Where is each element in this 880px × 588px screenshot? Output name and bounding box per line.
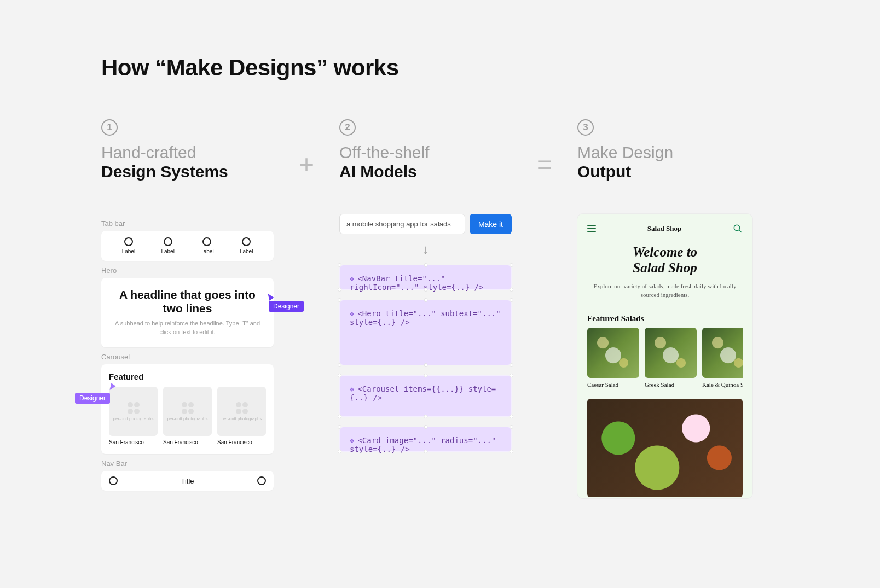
column-2: 2 Off-the-shelf AI Models a mobile shopp… [339,119,512,462]
cursor-arrow-icon [265,292,274,301]
carousel-item: per-unit photographs San Francisco [217,387,266,445]
columns-layout: 1 Hand-crafted Design Systems Tab bar La… [101,119,781,498]
step-3-line1: Make Design [577,143,752,162]
diamond-icon: ❖ [350,274,354,283]
svg-point-0 [734,225,740,231]
tab-item: Label [122,237,135,254]
placeholder-image: per-unit photographs [217,387,266,436]
tab-label: Label [122,248,135,254]
step-1-line2: Design Systems [101,162,274,182]
column-3: 3 Make Design Output Salad Shop Welcome … [577,119,752,498]
carousel-item-label: San Francisco [163,439,212,445]
diamond-icon: ❖ [350,309,354,318]
step-badge-1: 1 [101,119,118,136]
tab-item: Label [200,237,213,254]
prompt-input[interactable]: a mobile shopping app for salads [339,214,465,234]
code-text: <Hero title="..." subtext="..." style={.… [350,309,501,327]
salad-image [702,328,743,378]
welcome-line1: Welcome to [633,244,697,259]
carousel-item: per-unit photographs San Francisco [109,387,158,445]
tabbar-card: Label Label Label Label [101,231,274,261]
designer-cursor-badge: Designer [269,301,304,312]
code-block-hero: ❖<Hero title="..." subtext="..." style={… [339,300,512,365]
tab-label: Label [240,248,253,254]
circle-icon [109,476,118,485]
salad-item[interactable]: Kale & Quinoa Salad [702,328,743,388]
circle-icon [164,237,172,246]
thumb-caption: per-unit photographs [222,416,262,421]
menu-icon[interactable] [587,225,596,232]
column-1: 1 Hand-crafted Design Systems Tab bar La… [101,119,274,491]
step-1-line1: Hand-crafted [101,143,274,162]
designer-cursor-badge: Designer [75,393,110,404]
code-block-carousel: ❖<Carousel items={{...}} style={..} /> [339,375,512,417]
diamond-icon: ❖ [350,385,354,393]
step-2-line2: AI Models [339,162,512,182]
hero-title: A headline that goes into two lines [110,288,265,315]
step-3-line2: Output [577,162,752,182]
salad-name: Greek Salad [645,381,697,388]
carousel-item: per-unit photographs San Francisco [163,387,212,445]
code-block-navbar: ❖<NavBar title="..." rightIcon="..." sty… [339,265,512,290]
circle-icon [242,237,251,246]
step-badge-2: 2 [339,119,356,136]
code-text: <NavBar title="..." rightIcon="..." styl… [350,274,483,292]
carousel-heading: Featured [109,372,266,381]
thumb-caption: per-unit photographs [113,416,154,421]
circle-icon [257,476,266,485]
component-label-hero: Hero [101,266,274,275]
search-icon[interactable] [733,224,743,234]
circle-icon [202,237,211,246]
code-text: <Card image="..." radius="..." style={..… [350,436,496,453]
placeholder-image: per-unit photographs [163,387,212,436]
navbar-card: Title [101,471,274,491]
step-badge-3: 3 [577,119,594,136]
tab-item: Label [240,237,253,254]
code-block-card: ❖<Card image="..." radius="..." style={.… [339,427,512,452]
large-food-image [587,399,743,497]
featured-heading: Featured Salads [587,314,743,323]
hero-card: A headline that goes into two lines A su… [101,278,274,347]
thumb-caption: per-unit photographs [167,416,208,421]
tab-item: Label [161,237,174,254]
diamond-icon: ❖ [350,436,354,445]
salad-name: Kale & Quinoa Salad [702,381,743,388]
salad-name: Caesar Salad [587,381,639,388]
welcome-line2: Salad Shop [633,260,697,275]
code-text: <Carousel items={{...}} style={..} /> [350,385,496,402]
component-label-navbar: Nav Bar [101,459,274,468]
tab-label: Label [161,248,174,254]
down-arrow-icon: ↓ [339,242,512,257]
carousel-card: Designer Featured per-unit photographs S… [101,364,274,454]
carousel-item-label: San Francisco [217,439,266,445]
svg-line-1 [739,230,742,232]
placeholder-image: per-unit photographs [109,387,158,436]
make-it-button[interactable]: Make it [470,214,512,234]
equals-operator: = [534,119,555,179]
circle-icon [124,237,133,246]
output-mobile-preview: Salad Shop Welcome to Salad Shop Explore… [577,214,752,498]
salad-image [587,328,639,378]
salad-item[interactable]: Greek Salad [645,328,697,388]
salad-item[interactable]: Caesar Salad [587,328,639,388]
component-label-carousel: Carousel [101,353,274,361]
welcome-subtext: Explore our variety of salads, made fres… [587,282,743,300]
app-title: Salad Shop [647,224,682,233]
component-label-tabbar: Tab bar [101,219,274,228]
welcome-heading: Welcome to Salad Shop [587,244,743,276]
step-2-line1: Off-the-shelf [339,143,512,162]
tab-label: Label [200,248,213,254]
navbar-title: Title [181,477,194,485]
carousel-item-label: San Francisco [109,439,158,445]
hero-subtext: A subhead to help reinforce the headline… [110,319,265,336]
page-title: How “Make Designs” works [101,55,781,81]
salad-image [645,328,697,378]
plus-operator: + [296,119,317,179]
